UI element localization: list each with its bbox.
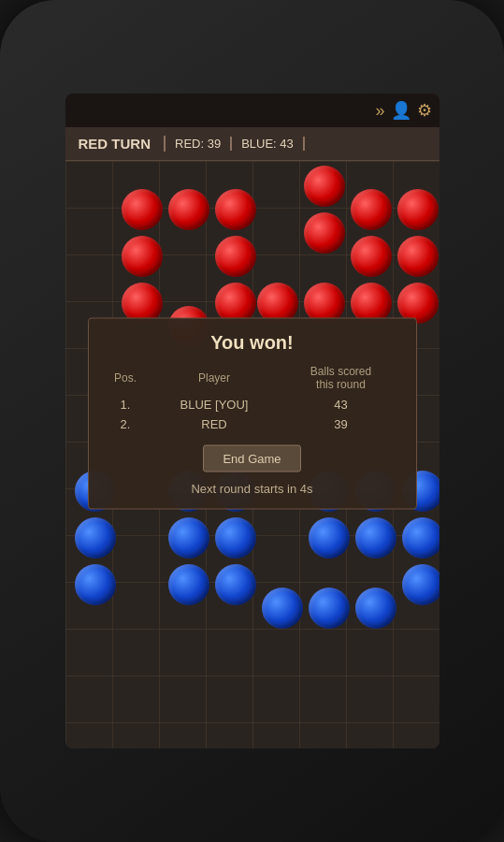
blue-ball[interactable] [309, 588, 350, 629]
user-icon[interactable]: 👤 [391, 100, 411, 121]
red-ball[interactable] [397, 189, 439, 230]
player-header: Player [148, 365, 281, 395]
blue-ball[interactable] [168, 517, 209, 559]
red-ball[interactable] [351, 236, 392, 277]
you-won-title: You won! [104, 332, 401, 354]
top-bar: » 👤 ⚙ [65, 94, 439, 127]
blue-ball[interactable] [402, 517, 439, 559]
result-pos: 1. [104, 395, 148, 414]
gear-icon[interactable]: ⚙ [417, 100, 432, 121]
blue-ball[interactable] [75, 517, 116, 559]
blue-ball[interactable] [262, 588, 303, 629]
blue-score: BLUE: 43 [232, 137, 305, 151]
blue-ball[interactable] [402, 564, 439, 605]
table-row: 2. RED 39 [104, 414, 401, 434]
result-pos: 2. [104, 414, 148, 434]
blue-ball[interactable] [75, 564, 116, 605]
status-bar: RED TURN RED: 39 BLUE: 43 [65, 127, 439, 161]
pos-header: Pos. [104, 365, 148, 395]
red-ball[interactable] [215, 236, 256, 277]
red-ball[interactable] [215, 189, 256, 230]
blue-ball[interactable] [355, 588, 396, 629]
blue-ball[interactable] [309, 517, 350, 559]
red-ball[interactable] [351, 189, 392, 230]
result-player: RED [148, 414, 281, 434]
red-score: RED: 39 [166, 137, 232, 151]
result-balls: 39 [281, 414, 400, 434]
turn-label: RED TURN [65, 136, 166, 152]
red-ball[interactable] [397, 236, 439, 277]
result-balls: 43 [281, 395, 400, 414]
skip-icon[interactable]: » [375, 101, 384, 121]
next-round-label: Next round starts in 4s [104, 482, 401, 496]
red-ball[interactable] [304, 166, 345, 207]
blue-ball[interactable] [168, 564, 209, 605]
red-ball[interactable] [122, 236, 163, 277]
phone-screen: » 👤 ⚙ RED TURN RED: 39 BLUE: 43 You won! [65, 94, 439, 748]
red-ball[interactable] [122, 189, 163, 230]
results-table: Pos. Player Balls scoredthis round 1. BL… [104, 365, 401, 434]
overlay-panel: You won! Pos. Player Balls scoredthis ro… [88, 318, 417, 510]
red-ball[interactable] [168, 189, 209, 230]
blue-ball[interactable] [215, 564, 256, 605]
end-game-button[interactable]: End Game [203, 445, 300, 472]
balls-header: Balls scoredthis round [281, 365, 400, 395]
blue-ball[interactable] [215, 517, 256, 559]
blue-ball[interactable] [355, 517, 396, 559]
result-player: BLUE [YOU] [148, 395, 281, 414]
table-row: 1. BLUE [YOU] 43 [104, 395, 401, 414]
game-area: You won! Pos. Player Balls scoredthis ro… [65, 161, 439, 748]
red-ball[interactable] [304, 212, 345, 254]
phone-outer: » 👤 ⚙ RED TURN RED: 39 BLUE: 43 You won! [0, 0, 504, 842]
